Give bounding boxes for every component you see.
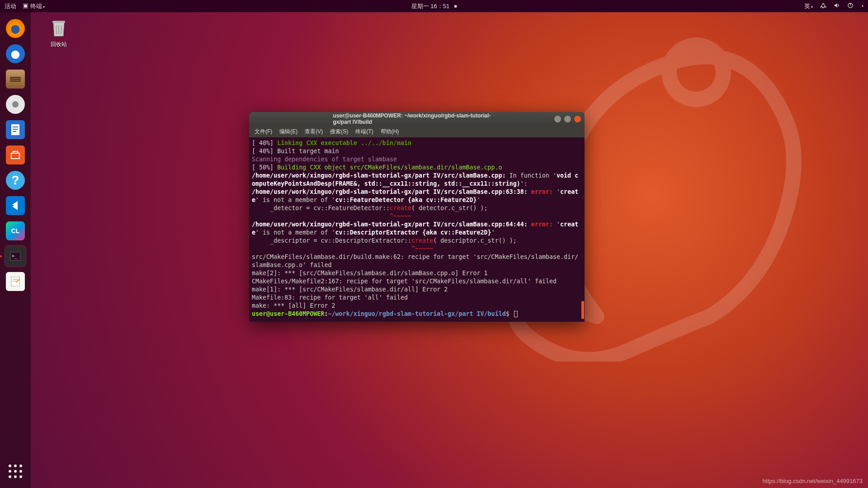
menu-edit[interactable]: 编辑(E) <box>278 128 299 136</box>
dock-text-editor[interactable] <box>4 270 27 293</box>
window-close-button[interactable] <box>574 116 581 122</box>
menu-help[interactable]: 帮助(H) <box>379 128 401 136</box>
window-titlebar[interactable]: user@user-B460MPOWER: ~/work/xinguo/rgbd… <box>249 112 585 126</box>
activities-button[interactable]: 活动 <box>5 2 16 10</box>
terminal-window: user@user-B460MPOWER: ~/work/xinguo/rgbd… <box>249 112 585 322</box>
desktop-trash-label: 回收站 <box>41 41 77 48</box>
window-maximize-button[interactable] <box>564 116 571 122</box>
svg-rect-12 <box>11 277 19 286</box>
terminal-cursor <box>514 311 518 317</box>
svg-rect-5 <box>10 80 21 82</box>
dock-disks[interactable] <box>4 93 27 116</box>
dock-vscode[interactable] <box>4 194 27 217</box>
menu-terminal[interactable]: 终端(T) <box>354 128 375 136</box>
dock-writer[interactable] <box>4 118 27 141</box>
terminal-scrollbar[interactable] <box>581 301 584 319</box>
network-icon[interactable] <box>820 2 826 10</box>
top-panel: 活动 ▣ 终端▾ 星期一 16：51 英▾ ▾ <box>0 0 868 12</box>
dock-firefox[interactable] <box>4 17 27 40</box>
terminal-menubar: 文件(F) 编辑(E) 查看(V) 搜索(S) 终端(T) 帮助(H) <box>249 126 585 137</box>
dock: ? CL >_ <box>0 12 31 488</box>
clock[interactable]: 星期一 16：51 <box>411 2 450 10</box>
power-icon[interactable] <box>847 2 854 10</box>
input-method-indicator[interactable]: 英▾ <box>804 2 813 10</box>
menu-view[interactable]: 查看(V) <box>303 128 325 136</box>
dock-software[interactable] <box>4 144 27 166</box>
dock-thunderbird[interactable] <box>4 42 27 65</box>
menu-file[interactable]: 文件(F) <box>253 128 274 136</box>
show-applications-button[interactable] <box>4 460 27 483</box>
svg-rect-15 <box>52 21 65 23</box>
svg-rect-3 <box>10 77 21 78</box>
svg-text:>_: >_ <box>12 253 18 259</box>
app-menu[interactable]: ▣ 终端▾ <box>23 2 45 10</box>
window-title: user@user-B460MPOWER: ~/work/xinguo/rgbd… <box>333 113 501 125</box>
volume-icon[interactable] <box>834 2 840 10</box>
svg-line-16 <box>56 25 57 34</box>
terminal-indicator-icon: ▣ <box>23 3 30 9</box>
watermark-text: https://blog.csdn.net/weixin_44991673 <box>763 478 863 484</box>
dock-clion[interactable]: CL <box>4 220 27 242</box>
svg-line-18 <box>61 25 61 34</box>
window-minimize-button[interactable] <box>554 116 561 122</box>
terminal-output[interactable]: [ 40%] Linking CXX executable ../../bin/… <box>249 137 585 322</box>
menu-search[interactable]: 搜索(S) <box>328 128 350 136</box>
dock-files[interactable] <box>4 68 27 90</box>
desktop-trash[interactable]: 回收站 <box>41 17 77 48</box>
notification-dot-icon <box>454 5 457 8</box>
system-menu-chevron-icon[interactable]: ▾ <box>862 4 863 8</box>
trash-icon <box>48 17 70 39</box>
svg-rect-4 <box>10 79 21 80</box>
dock-terminal[interactable]: >_ <box>4 245 27 267</box>
dock-help[interactable]: ? <box>4 169 27 192</box>
